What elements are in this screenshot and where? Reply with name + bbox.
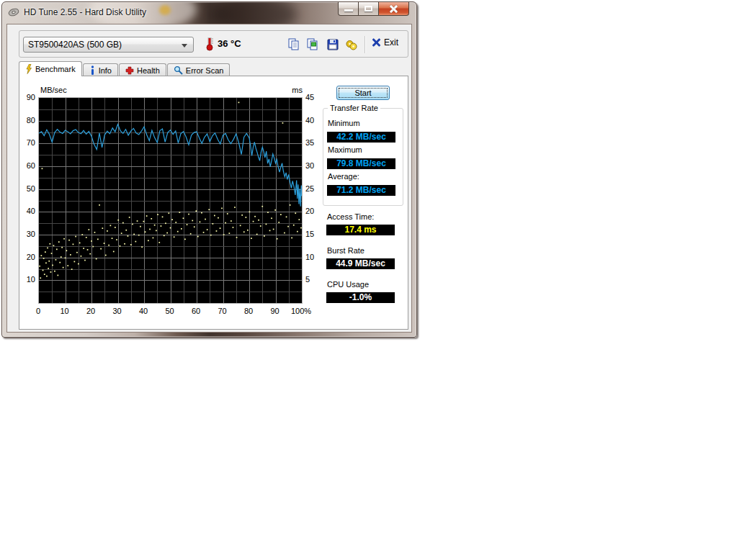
tab-health[interactable]: Health (119, 63, 166, 76)
benchmark-panel: MB/sec ms 102030405060708090510152025303… (19, 76, 408, 330)
tab-error-scan[interactable]: Error Scan (167, 63, 231, 76)
tick-label: 40 (130, 306, 156, 316)
desktop-reflection (159, 5, 171, 15)
tick-label: 20 (19, 252, 35, 262)
toolbar: ST9500420AS (500 GB) 36 °C (19, 30, 408, 58)
transfer-rate-group-label: Transfer Rate (328, 104, 380, 112)
tab-label: Health (137, 66, 160, 75)
tick-label: 10 (52, 306, 78, 316)
desktop-reflection (211, 2, 298, 24)
tick-label: 5 (305, 274, 327, 284)
client-area: ST9500420AS (500 GB) 36 °C (6, 24, 412, 333)
health-cross-icon (125, 66, 134, 75)
right-axis-title: ms (281, 86, 303, 94)
tick-label: 90 (19, 92, 35, 102)
tab-label: Error Scan (186, 66, 224, 75)
drive-selector[interactable]: ST9500420AS (500 GB) (23, 37, 194, 53)
copy-screenshot-icon[interactable] (306, 38, 319, 51)
tick-label: 50 (19, 184, 35, 194)
options-icon[interactable] (345, 38, 358, 51)
tab-label: Info (99, 66, 112, 75)
plot-area (38, 97, 303, 304)
title-bar[interactable]: HD Tune 2.55 - Hard Disk Utility (2, 2, 416, 24)
tick-label: 80 (236, 306, 261, 316)
tick-label: 30 (19, 229, 35, 239)
app-window: HD Tune 2.55 - Hard Disk Utility ST95004… (1, 1, 417, 338)
tick-label: 50 (157, 306, 183, 316)
lightning-icon (25, 64, 32, 74)
access-time-label: Access Time: (327, 212, 374, 221)
tick-label: 45 (305, 92, 327, 102)
temperature-value: 36 °C (218, 38, 241, 49)
magnifier-icon (174, 66, 183, 75)
tick-label: 90 (262, 306, 288, 316)
exit-button[interactable]: Exit (372, 37, 398, 48)
save-icon[interactable] (326, 38, 339, 51)
exit-icon (372, 38, 380, 47)
drive-selector-value: ST9500420AS (500 GB) (28, 40, 122, 50)
tick-label: 40 (19, 206, 35, 216)
tick-label: 15 (305, 229, 327, 239)
tick-label: 10 (19, 274, 35, 284)
tab-label: Benchmark (35, 65, 76, 73)
average-value: 71.2 MB/sec (327, 185, 395, 196)
benchmark-chart: MB/sec ms 102030405060708090510152025303… (19, 76, 322, 330)
tick-label: 20 (305, 206, 327, 216)
tick-label: 80 (19, 115, 35, 125)
cpu-usage-value: -1.0% (326, 292, 395, 303)
chevron-down-icon (182, 44, 187, 48)
window-title: HD Tune 2.55 - Hard Disk Utility (24, 7, 146, 17)
tab-strip: Benchmark Info Health Err (19, 62, 231, 76)
maximum-label: Maximum (328, 145, 362, 154)
tick-label: 10 (305, 252, 327, 262)
close-button[interactable] (379, 2, 409, 16)
tick-label: 70 (210, 306, 236, 316)
tick-label: 70 (19, 137, 35, 148)
maximize-button[interactable] (359, 2, 379, 16)
tick-label: 30 (104, 306, 130, 316)
thermometer-icon (205, 35, 214, 51)
toolbar-separator (364, 36, 365, 53)
minimize-icon (344, 9, 353, 12)
focus-rect (339, 88, 388, 98)
transfer-rate-group: Transfer Rate Minimum 42.2 MB/sec Maximu… (323, 108, 403, 206)
maximum-value: 79.8 MB/sec (327, 158, 395, 169)
minimize-button[interactable] (338, 2, 359, 16)
tab-info[interactable]: Info (83, 63, 118, 76)
access-time-value: 17.4 ms (326, 225, 395, 235)
start-button[interactable]: Start (336, 86, 390, 100)
tick-label: 60 (183, 306, 209, 316)
info-icon (89, 66, 96, 75)
maximize-icon (364, 6, 372, 12)
burst-rate-value: 44.9 MB/sec (326, 258, 395, 269)
copy-text-icon[interactable] (287, 38, 300, 51)
minimum-label: Minimum (328, 119, 360, 127)
exit-label: Exit (384, 37, 398, 48)
minimum-value: 42.2 MB/sec (327, 132, 395, 143)
left-axis-title: MB/sec (40, 86, 67, 94)
average-label: Average: (328, 172, 359, 181)
tick-label: 100% (288, 306, 314, 316)
tick-label: 0 (25, 306, 51, 316)
cpu-usage-label: CPU Usage (327, 280, 369, 289)
close-icon (389, 5, 398, 12)
tab-benchmark[interactable]: Benchmark (19, 61, 82, 76)
burst-rate-label: Burst Rate (327, 246, 364, 255)
app-icon (8, 6, 19, 18)
tick-label: 20 (78, 306, 104, 316)
tick-label: 60 (19, 161, 35, 171)
